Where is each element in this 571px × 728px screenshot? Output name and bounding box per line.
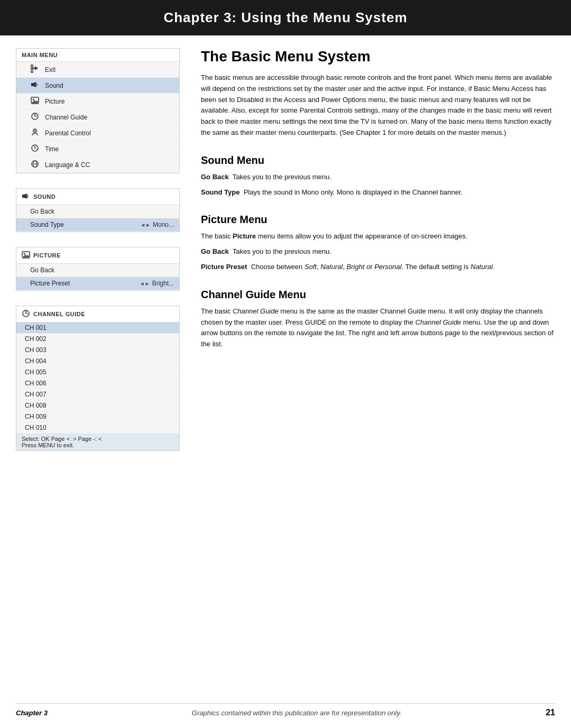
sound-menu-section: Sound Menu Go Back Takes you to the prev… <box>201 154 555 198</box>
channel-item-003[interactable]: CH 003 <box>16 345 179 356</box>
menu-item-sound[interactable]: Sound <box>16 78 179 94</box>
channel-item-007[interactable]: CH 007 <box>16 389 179 400</box>
picture-header-icon <box>22 251 30 260</box>
sound-menu-title: Sound Menu <box>201 154 555 167</box>
sound-label: Sound <box>45 82 174 89</box>
picture-go-back-text: Go Back Takes you to the previous menu. <box>201 246 555 257</box>
svg-rect-20 <box>22 195 24 198</box>
channel-item-002[interactable]: CH 002 <box>16 334 179 345</box>
sound-type-value: ◄► Mono... <box>140 221 174 228</box>
time-label: Time <box>45 145 174 153</box>
main-menu-header: MAIN MENU <box>16 49 179 62</box>
bright-italic: Bright <box>346 263 364 271</box>
channel-guide-body: The basic Channel Guide menu is the same… <box>201 306 555 350</box>
channel-guide-desc: The basic Channel Guide menu is the same… <box>201 306 555 350</box>
picture-go-back-term: Go Back <box>201 247 229 255</box>
menu-item-channel-guide[interactable]: Channel Guide <box>16 109 179 125</box>
svg-point-13 <box>34 130 35 131</box>
sound-go-back-text: Go Back Takes you to the previous menu. <box>201 172 555 183</box>
left-arrow-icon: ◄► <box>140 222 151 228</box>
footer-chapter-label: Chapter 3 <box>16 709 48 717</box>
svg-line-16 <box>35 148 36 149</box>
channel-item-004[interactable]: CH 004 <box>16 356 179 367</box>
left-column: MAIN MENU Exit Sound Pictu <box>16 48 180 466</box>
sound-go-back-item[interactable]: Go Back <box>16 205 179 218</box>
chapter-title: Chapter 3: Using the Menu System <box>163 10 407 25</box>
svg-point-7 <box>33 99 34 100</box>
channel-item-008[interactable]: CH 008 <box>16 400 179 411</box>
channel-item-005[interactable]: CH 005 <box>16 367 179 378</box>
svg-marker-21 <box>24 193 27 199</box>
channel-item-001[interactable]: CH 001 <box>16 322 179 334</box>
picture-bold: Picture <box>233 232 256 240</box>
parental-icon <box>30 128 40 138</box>
footer-page-number: 21 <box>546 708 555 717</box>
time-icon <box>30 144 40 154</box>
svg-marker-8 <box>32 100 39 103</box>
menu-item-picture[interactable]: Picture <box>16 94 179 109</box>
picture-preset-value: ◄► Bright... <box>140 280 174 287</box>
channel-item-006[interactable]: CH 006 <box>16 378 179 389</box>
chapter-header: Chapter 3: Using the Menu System <box>0 0 571 35</box>
picture-preset-text: Picture Preset Choose between Soft, Natu… <box>201 262 555 273</box>
soft-italic: Soft <box>305 263 317 271</box>
language-label: Language & CC <box>45 161 174 169</box>
svg-marker-1 <box>35 66 38 70</box>
main-title: The Basic Menu System <box>201 48 555 65</box>
picture-go-back-label: Go Back <box>30 266 174 274</box>
menu-item-parental[interactable]: Parental Control <box>16 125 179 141</box>
menu-item-exit[interactable]: Exit <box>16 62 179 78</box>
channel-guide-section: Channel Guide Menu The basic Channel Gui… <box>201 289 555 350</box>
channel-guide-footer: Select: OK Page +: > Page -: < Press MEN… <box>16 434 179 450</box>
sound-type-term: Sound Type <box>201 188 240 196</box>
footer-note: Graphics contained within this publicati… <box>192 709 401 717</box>
channel-item-010[interactable]: CH 010 <box>16 422 179 434</box>
picture-menu-body: The basic Picture menu items allow you t… <box>201 231 555 272</box>
exit-icon <box>30 64 40 75</box>
menu-item-time[interactable]: Time <box>16 141 179 157</box>
svg-marker-4 <box>33 82 36 87</box>
picture-menu-title: Picture Menu <box>201 214 555 226</box>
sound-menu-body: Go Back Takes you to the previous menu. … <box>201 172 555 198</box>
personal-italic: Personal <box>374 263 401 271</box>
channel-guide-header: CHANNEL GUIDE <box>16 306 179 322</box>
svg-marker-25 <box>23 254 30 257</box>
menu-item-language[interactable]: Language & CC <box>16 157 179 173</box>
channel-item-009[interactable]: CH 009 <box>16 411 179 422</box>
picture-menu-section: Picture Menu The basic Picture menu item… <box>201 214 555 272</box>
channel-footer-line2: Press MENU to exit. <box>22 442 174 448</box>
intro-text: The basic menus are accessible through b… <box>201 72 555 139</box>
right-column: The Basic Menu System The basic menus ar… <box>196 48 555 466</box>
page-content: MAIN MENU Exit Sound Pictu <box>0 35 571 478</box>
sound-type-text: Sound Type Plays the sound in Mono only.… <box>201 187 555 198</box>
sound-header-icon <box>22 192 30 201</box>
page-footer: Chapter 3 Graphics contained within this… <box>16 703 555 717</box>
channel-guide-icon <box>30 112 40 122</box>
sound-type-desc: Plays the sound in Mono only. Mono is di… <box>244 188 463 196</box>
picture-icon <box>30 96 40 106</box>
picture-preset-label: Picture Preset <box>30 280 134 287</box>
channel-guide-label: Channel Guide <box>45 114 174 121</box>
sound-menu-box: SOUND Go Back Sound Type ◄► Mono... <box>16 188 180 232</box>
intro-section: The Basic Menu System The basic menus ar… <box>201 48 555 139</box>
sound-type-item[interactable]: Sound Type ◄► Mono... <box>16 218 179 232</box>
channel-guide-header-icon <box>22 309 30 319</box>
exit-label: Exit <box>45 66 174 73</box>
picture-preset-term: Picture Preset <box>201 263 247 271</box>
picture-go-back-item[interactable]: Go Back <box>16 264 179 277</box>
sound-go-back-term: Go Back <box>201 173 229 181</box>
picture-arrow-icon: ◄► <box>140 281 150 287</box>
sound-icon <box>30 80 40 90</box>
natural-italic: Natural <box>320 263 343 271</box>
natural2-italic: Natural <box>471 263 493 271</box>
svg-rect-3 <box>31 83 33 86</box>
picture-menu-box: PICTURE Go Back Picture Preset ◄► Bright… <box>16 247 180 291</box>
sound-menu-label: SOUND <box>33 193 56 200</box>
channel-guide-header-label: CHANNEL GUIDE <box>33 311 85 317</box>
sound-go-back-desc: Takes you to the previous menu. <box>233 173 331 181</box>
main-menu-label: MAIN MENU <box>22 52 58 58</box>
channel-guide-box: CHANNEL GUIDE CH 001 CH 002 CH 003 CH 00… <box>16 306 180 451</box>
main-menu-box: MAIN MENU Exit Sound Pictu <box>16 48 180 173</box>
channel-guide-title: Channel Guide Menu <box>201 289 555 301</box>
picture-preset-item[interactable]: Picture Preset ◄► Bright... <box>16 277 179 290</box>
